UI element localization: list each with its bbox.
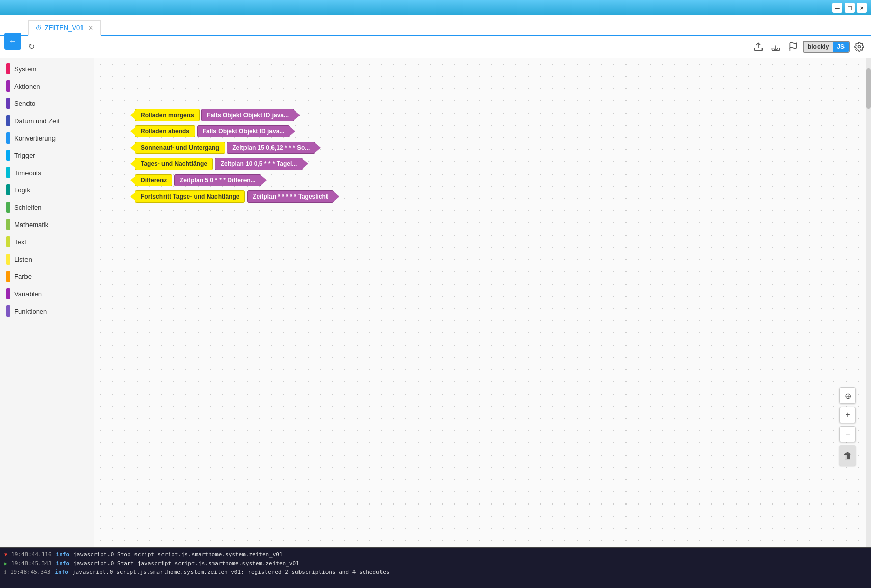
- canvas-zoom-out-btn[interactable]: −: [839, 426, 856, 442]
- sidebar-label-variablen: Variablen: [14, 290, 42, 298]
- sidebar-label-timeouts: Timeouts: [14, 169, 41, 177]
- sidebar-color-text: [6, 236, 10, 247]
- sidebar-label-text: Text: [14, 238, 26, 246]
- tab-icon: ⏱: [36, 24, 42, 32]
- block-group-4[interactable]: Tages- und Nachtlänge Zeitplan 10 0,5 * …: [135, 158, 334, 171]
- log-level: info: [56, 560, 70, 567]
- block-falls-objekt-2[interactable]: Falls Objekt Objekt ID java...: [197, 125, 290, 137]
- sidebar-color-sendto: [6, 98, 10, 109]
- sidebar-item-sendto[interactable]: Sendto: [0, 95, 94, 112]
- close-btn[interactable]: ×: [857, 3, 867, 13]
- log-icon: ▼: [4, 552, 7, 557]
- log-message: javascript.0 Stop script script.js.smart…: [73, 551, 283, 558]
- refresh-button[interactable]: ↻: [23, 39, 39, 54]
- log-time: 19:48:45.343: [11, 560, 51, 567]
- sidebar-color-logik: [6, 184, 10, 195]
- log-panel: ▼19:48:44.116infojavascript.0 Stop scrip…: [0, 547, 871, 588]
- sidebar-item-schleifen[interactable]: Schleifen: [0, 199, 94, 216]
- sidebar-color-variablen: [6, 288, 10, 299]
- log-line: ℹ19:48:45.343infojavascript.0 script.js.…: [4, 568, 867, 576]
- canvas-trash-btn[interactable]: 🗑: [839, 445, 856, 466]
- sidebar-label-konvertierung: Konvertierung: [14, 134, 56, 142]
- block-tages-und-nacht[interactable]: Tages- und Nachtlänge: [135, 158, 213, 170]
- sidebar-item-logik[interactable]: Logik: [0, 181, 94, 199]
- block-differenz[interactable]: Differenz: [135, 174, 172, 186]
- sidebar-item-system[interactable]: System: [0, 60, 94, 77]
- sidebar-item-timeouts[interactable]: Timeouts: [0, 164, 94, 181]
- blockly-js-toggle[interactable]: blockly JS: [803, 41, 850, 53]
- tab-zeiten-v01[interactable]: ⏱ ZEITEN_V01 ✕: [28, 20, 101, 36]
- block-zeitplan-2[interactable]: Zeitplan 10 0,5 * * * Tagel...: [215, 158, 303, 170]
- sidebar-label-trigger: Trigger: [14, 152, 35, 159]
- sidebar-item-listen[interactable]: Listen: [0, 250, 94, 268]
- block-group-6[interactable]: Fortschritt Tagse- und Nachtlänge Zeitpl…: [135, 190, 334, 204]
- settings-button[interactable]: [852, 39, 867, 54]
- sidebar-label-sendto: Sendto: [14, 100, 35, 107]
- tab-close-btn[interactable]: ✕: [88, 24, 93, 32]
- back-button[interactable]: ←: [4, 33, 21, 50]
- log-line: ▶19:48:45.343infojavascript.0 Start java…: [4, 559, 867, 568]
- sidebar-item-funktionen[interactable]: Funktionen: [0, 302, 94, 320]
- sidebar-item-farbe[interactable]: Farbe: [0, 268, 94, 285]
- export-button[interactable]: [751, 39, 766, 54]
- svg-point-3: [858, 45, 861, 48]
- sidebar-color-konvertierung: [6, 132, 10, 144]
- sidebar-item-datum-und-zeit[interactable]: Datum und Zeit: [0, 112, 94, 129]
- block-zeitplan-3[interactable]: Zeitplan 5 0 * * * Differen...: [174, 174, 261, 186]
- block-zeitplan-1[interactable]: Zeitplan 15 0,6,12 * * * So...: [227, 142, 315, 154]
- canvas-center-btn[interactable]: ⊕: [839, 387, 856, 404]
- log-line: ▼19:48:44.116infojavascript.0 Stop scrip…: [4, 550, 867, 559]
- sidebar-color-system: [6, 63, 10, 74]
- block-group-5[interactable]: Differenz Zeitplan 5 0 * * * Differen...: [135, 174, 334, 187]
- log-icon: ℹ: [4, 569, 6, 575]
- block-group-1[interactable]: Rolladen morgens Falls Objekt Objekt ID …: [135, 109, 334, 122]
- log-time: 19:48:44.116: [11, 551, 51, 558]
- scrollbar-thumb[interactable]: [866, 68, 871, 109]
- sidebar-label-logik: Logik: [14, 186, 30, 194]
- flag-button[interactable]: [785, 39, 801, 54]
- sidebar-color-funktionen: [6, 305, 10, 317]
- block-rolladen-abends[interactable]: Rolladen abends: [135, 125, 195, 137]
- sidebar-item-variablen[interactable]: Variablen: [0, 285, 94, 302]
- main-layout: SystemAktionenSendtoDatum und ZeitKonver…: [0, 58, 871, 547]
- sidebar-color-aktionen: [6, 80, 10, 92]
- sidebar-item-aktionen[interactable]: Aktionen: [0, 77, 94, 95]
- block-group-2[interactable]: Rolladen abends Falls Objekt Objekt ID j…: [135, 125, 334, 138]
- sidebar-color-trigger: [6, 150, 10, 161]
- sidebar-label-funktionen: Funktionen: [14, 307, 47, 315]
- sidebar-item-text[interactable]: Text: [0, 233, 94, 250]
- sidebar-label-datum-und-zeit: Datum und Zeit: [14, 117, 60, 125]
- top-bar: ─ □ ×: [0, 0, 871, 15]
- canvas-scrollbar[interactable]: [866, 58, 871, 547]
- sidebar-item-mathematik[interactable]: Mathematik: [0, 216, 94, 233]
- minimize-btn[interactable]: ─: [832, 3, 842, 13]
- block-zeitplan-4[interactable]: Zeitplan * * * * * Tageslicht: [247, 190, 334, 203]
- canvas-zoom-in-btn[interactable]: +: [839, 407, 856, 423]
- sidebar-color-datum-und-zeit: [6, 115, 10, 126]
- sidebar-label-mathematik: Mathematik: [14, 221, 48, 229]
- block-fortschritt[interactable]: Fortschritt Tagse- und Nachtlänge: [135, 190, 245, 203]
- maximize-btn[interactable]: □: [845, 3, 855, 13]
- block-rolladen-morgens[interactable]: Rolladen morgens: [135, 109, 200, 121]
- block-falls-objekt-1[interactable]: Falls Objekt Objekt ID java...: [201, 109, 294, 121]
- sidebar-label-aktionen: Aktionen: [14, 82, 40, 90]
- sidebar-item-trigger[interactable]: Trigger: [0, 147, 94, 164]
- sidebar-label-listen: Listen: [14, 256, 32, 263]
- canvas-controls: ⊕ + − 🗑: [839, 387, 856, 466]
- log-message: javascript.0 Start javascript script.js.…: [73, 560, 300, 567]
- sidebar-color-mathematik: [6, 219, 10, 230]
- sidebar-item-konvertierung[interactable]: Konvertierung: [0, 129, 94, 147]
- sidebar-color-timeouts: [6, 167, 10, 178]
- js-label: JS: [833, 42, 849, 52]
- sidebar-label-farbe: Farbe: [14, 273, 32, 281]
- sidebar-color-listen: [6, 254, 10, 265]
- block-sonnenauf[interactable]: Sonnenauf- und Untergang: [135, 142, 225, 154]
- sidebar-label-schleifen: Schleifen: [14, 204, 41, 211]
- block-group-3[interactable]: Sonnenauf- und Untergang Zeitplan 15 0,6…: [135, 142, 334, 155]
- sidebar: SystemAktionenSendtoDatum und ZeitKonver…: [0, 58, 94, 547]
- canvas[interactable]: Rolladen morgens Falls Objekt Objekt ID …: [94, 58, 866, 547]
- tab-label: ZEITEN_V01: [45, 24, 84, 32]
- import-button[interactable]: [768, 39, 783, 54]
- log-icon: ▶: [4, 561, 7, 566]
- blocks-container: Rolladen morgens Falls Objekt Objekt ID …: [135, 109, 334, 207]
